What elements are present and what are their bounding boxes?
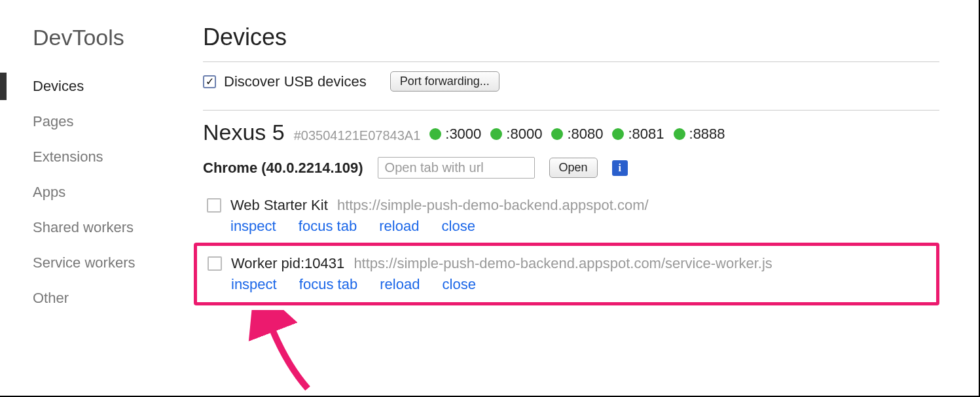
port-badge: :3000 bbox=[429, 126, 481, 143]
sidebar-item-extensions[interactable]: Extensions bbox=[33, 139, 170, 175]
close-link[interactable]: close bbox=[443, 276, 476, 292]
port-label: :8888 bbox=[689, 126, 725, 143]
entry-checkbox[interactable] bbox=[207, 198, 221, 213]
entry-checkbox[interactable] bbox=[208, 256, 222, 271]
port-badge: :8081 bbox=[612, 126, 664, 143]
status-dot-icon bbox=[429, 128, 441, 140]
discover-usb-checkbox[interactable]: ✓ bbox=[203, 75, 216, 88]
info-icon[interactable]: i bbox=[612, 160, 628, 176]
device-id: #03504121E07843A1 bbox=[294, 128, 421, 143]
divider bbox=[203, 110, 939, 111]
divider bbox=[203, 61, 939, 62]
entry-title: Worker pid:10431 bbox=[231, 255, 344, 271]
page-title: Devices bbox=[203, 24, 939, 51]
entry-url: https://simple-push-demo-backend.appspot… bbox=[337, 197, 649, 213]
open-tab-url-input[interactable] bbox=[378, 157, 535, 179]
port-label: :8080 bbox=[567, 126, 603, 143]
status-dot-icon bbox=[674, 128, 685, 140]
reload-link[interactable]: reload bbox=[380, 276, 420, 292]
annotation-arrow-icon bbox=[245, 310, 324, 395]
app-title: DevTools bbox=[33, 25, 170, 50]
sidebar-item-other[interactable]: Other bbox=[33, 281, 170, 316]
close-link[interactable]: close bbox=[442, 218, 475, 234]
sidebar-item-apps[interactable]: Apps bbox=[33, 175, 170, 210]
sidebar-item-pages[interactable]: Pages bbox=[33, 104, 170, 139]
focus-tab-link[interactable]: focus tab bbox=[299, 218, 357, 234]
reload-link[interactable]: reload bbox=[379, 218, 419, 234]
sidebar: DevTools Devices Pages Extensions Apps S… bbox=[0, 20, 170, 316]
sidebar-item-service-workers[interactable]: Service workers bbox=[33, 245, 170, 281]
port-label: :8081 bbox=[628, 126, 664, 143]
main-panel: Devices ✓ Discover USB devices Port forw… bbox=[170, 20, 979, 316]
discover-usb-label: Discover USB devices bbox=[224, 73, 367, 90]
port-forwarding-button[interactable]: Port forwarding... bbox=[390, 71, 499, 92]
sidebar-item-shared-workers[interactable]: Shared workers bbox=[33, 210, 170, 245]
port-label: :8000 bbox=[506, 126, 542, 143]
device-name: Nexus 5 bbox=[203, 120, 285, 145]
browser-row: Chrome (40.0.2214.109) Open i bbox=[203, 157, 939, 179]
entry-title: Web Starter Kit bbox=[230, 197, 328, 213]
tab-entry-highlighted: Worker pid:10431 https://simple-push-dem… bbox=[194, 243, 939, 305]
browser-label: Chrome (40.0.2214.109) bbox=[203, 160, 363, 177]
sidebar-item-devices[interactable]: Devices bbox=[33, 69, 170, 104]
inspect-link[interactable]: inspect bbox=[230, 218, 276, 234]
inspect-link[interactable]: inspect bbox=[231, 276, 277, 292]
device-header: Nexus 5 #03504121E07843A1 :3000 :8000 :8… bbox=[203, 120, 939, 145]
focus-tab-link[interactable]: focus tab bbox=[299, 276, 357, 292]
tab-entry: Web Starter Kit https://simple-push-demo… bbox=[203, 192, 939, 241]
status-dot-icon bbox=[551, 128, 563, 140]
discover-toolbar: ✓ Discover USB devices Port forwarding..… bbox=[203, 71, 939, 92]
port-badge: :8080 bbox=[551, 126, 603, 143]
port-badge: :8888 bbox=[674, 126, 725, 143]
open-tab-button[interactable]: Open bbox=[549, 158, 598, 178]
port-label: :3000 bbox=[445, 126, 481, 143]
entry-url: https://simple-push-demo-backend.appspot… bbox=[354, 255, 772, 271]
status-dot-icon bbox=[612, 128, 624, 140]
port-badge: :8000 bbox=[490, 126, 542, 143]
status-dot-icon bbox=[490, 128, 502, 140]
